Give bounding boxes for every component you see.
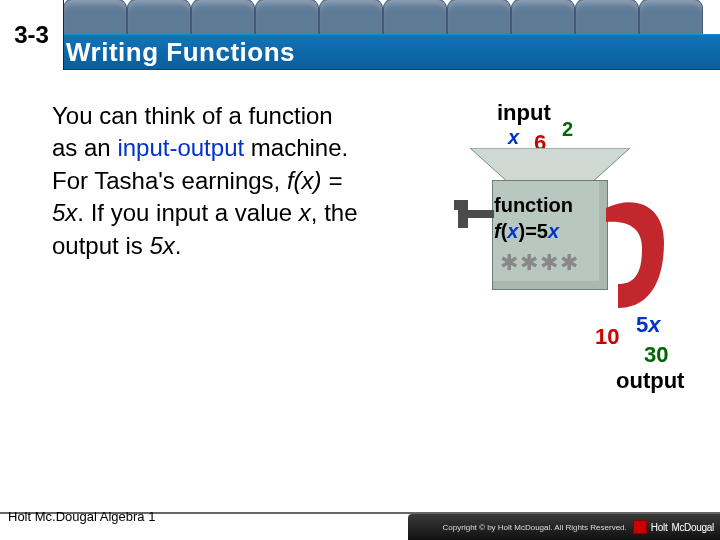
output-5x: 5x: [636, 312, 661, 338]
brand-holt: Holt: [651, 522, 668, 533]
logo-square-icon: [633, 520, 647, 534]
fn-eq5: )=5: [518, 220, 547, 242]
slide-footer: Holt Mc.Dougal Algebra 1 Copyright © by …: [0, 496, 720, 540]
fn-f: f: [494, 220, 501, 242]
bg-tab: [512, 0, 574, 36]
function-equation-display: f(x)=5x: [494, 220, 559, 243]
copyright-text: Copyright © by Holt McDougal. All Rights…: [443, 523, 627, 532]
body-paragraph: You can think of a function as an input-…: [52, 100, 362, 262]
section-number: 3-3: [14, 21, 49, 49]
lesson-title: Writing Functions: [66, 37, 295, 68]
output-label: output: [616, 368, 684, 394]
input-x-line: x: [508, 126, 519, 149]
input-label: input: [497, 100, 551, 126]
publisher-logo: Holt McDougal: [633, 520, 714, 534]
fn-x2: x: [548, 220, 559, 242]
input-x: x: [508, 126, 519, 148]
bg-tab: [576, 0, 638, 36]
fn-x: x: [507, 220, 518, 242]
brand-mcdougal: McDougal: [671, 522, 714, 533]
machine-funnel-icon: [470, 148, 630, 184]
footer-brand-bar: Copyright © by Holt McDougal. All Rights…: [408, 514, 720, 540]
bg-tab: [256, 0, 318, 36]
bg-tab: [64, 0, 126, 36]
machine-crank-left-icon: [454, 200, 494, 228]
x-variable: x: [299, 199, 311, 226]
output-example-30: 30: [644, 342, 668, 368]
five-x-output: 5x: [149, 232, 174, 259]
output-example-10: 10: [595, 324, 619, 350]
gears-icon: ✱✱✱✱: [500, 250, 580, 276]
tab-row: [0, 0, 720, 36]
svg-marker-0: [470, 148, 630, 184]
input-output-term: input-output: [117, 134, 244, 161]
title-bar: Writing Functions: [0, 34, 720, 70]
input-example-2: 2: [562, 118, 573, 141]
slide-content: You can think of a function as an input-…: [0, 70, 720, 470]
body-text: . If you input a value: [77, 199, 298, 226]
section-number-tab: 3-3: [0, 0, 64, 70]
bg-tab: [448, 0, 510, 36]
bg-tab: [192, 0, 254, 36]
bg-tab: [640, 0, 702, 36]
bg-tab: [128, 0, 190, 36]
slide-header: Writing Functions 3-3: [0, 0, 720, 70]
out-5: 5: [636, 312, 648, 337]
machine-crank-right-icon: [606, 200, 668, 310]
bg-tab: [384, 0, 446, 36]
bg-tab: [320, 0, 382, 36]
footer-textbook: Holt Mc.Dougal Algebra 1: [8, 509, 155, 524]
function-machine: input x 6 2 function f(x)=5x ✱✱✱✱ 10 5x …: [400, 100, 700, 430]
body-text: .: [175, 232, 182, 259]
out-x: x: [648, 312, 660, 337]
function-label: function: [494, 194, 573, 217]
